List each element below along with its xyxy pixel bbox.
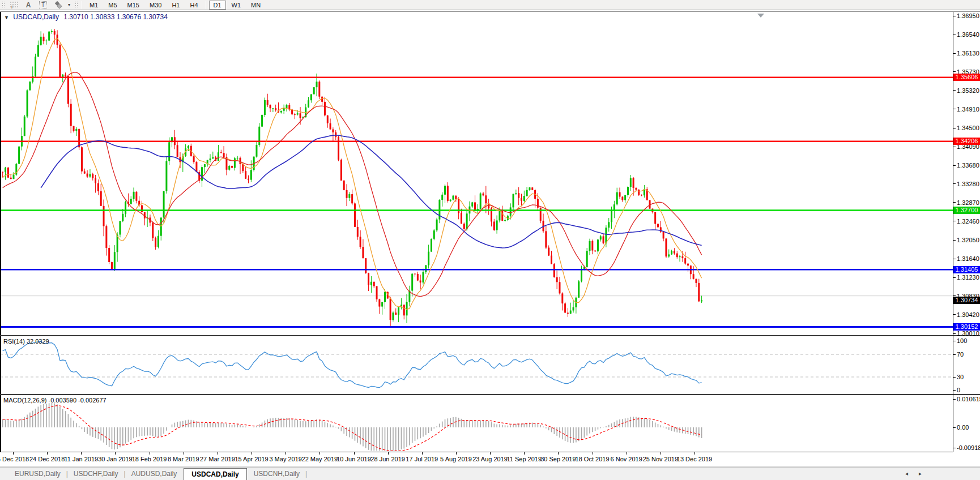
price-axis-tick	[953, 333, 956, 334]
geometric-shapes-icon[interactable]	[52, 1, 64, 10]
price-tick-label: 1.31230	[957, 274, 979, 281]
rsi-tick-label: 0	[957, 387, 960, 393]
time-axis-tick	[184, 452, 184, 455]
timeframe-w1[interactable]: W1	[227, 1, 246, 10]
time-axis-tick	[319, 452, 320, 455]
macd-tick-label: 0.010615	[957, 396, 980, 402]
time-axis-tick	[388, 452, 389, 455]
chart-window-bottom-border	[0, 466, 980, 466]
macd-axis-tick	[953, 399, 956, 400]
title-dropdown-icon[interactable]: ▼	[4, 15, 9, 20]
candlestick-series	[2, 29, 702, 326]
timeframe-d1[interactable]: D1	[209, 1, 226, 10]
time-axis-tick	[558, 452, 559, 455]
time-axis-tick	[354, 452, 355, 455]
price-level-label[interactable]: 1.32700	[953, 207, 980, 214]
text-annotation-icon[interactable]: A	[22, 1, 35, 10]
toolbar-separator	[206, 1, 206, 9]
price-tick-label: 1.34910	[957, 106, 979, 113]
price-axis-tick	[953, 128, 956, 128]
toolbar-grip[interactable]	[2, 1, 5, 8]
moving-average-line[interactable]	[41, 135, 701, 248]
price-axis-tick	[953, 109, 956, 109]
rsi-axis-tick	[953, 390, 956, 391]
text-label-icon[interactable]: T	[37, 1, 49, 10]
price-tick-label: 1.34500	[957, 125, 979, 131]
macd-panel[interactable]	[0, 395, 953, 452]
moving-average-line[interactable]	[3, 72, 702, 297]
time-axis-tick	[13, 452, 14, 455]
time-axis-tick	[286, 452, 286, 455]
time-axis-line	[0, 452, 953, 452]
shapes-dropdown-caret-icon[interactable]: ▾	[66, 1, 72, 10]
price-axis-tick	[953, 259, 956, 259]
price-axis-tick	[953, 53, 956, 54]
snap-grid-icon[interactable]: F	[7, 1, 20, 10]
rsi-line	[3, 341, 702, 387]
tab-scroll-left-icon[interactable]: ◂	[905, 470, 908, 477]
symbol-tab-eurusd[interactable]: EURUSD,Daily	[9, 468, 66, 480]
timeframe-m5[interactable]: M5	[104, 1, 121, 10]
price-axis-tick	[953, 90, 956, 91]
macd-axis-tick	[953, 448, 956, 448]
symbol-tab-strip: EURUSD,Daily|USDCHF,Daily|AUDUSD,DailyUS…	[0, 467, 980, 480]
price-axis-tick	[953, 221, 956, 221]
time-axis-tick	[150, 452, 150, 455]
panel-separator[interactable]	[0, 335, 980, 336]
price-level-label[interactable]: 1.35606	[953, 74, 980, 81]
toolbar: F A T ▾ M1M5M15M30H1H4D1W1MN	[0, 0, 980, 10]
price-level-label[interactable]: 1.31405	[953, 266, 980, 273]
time-axis-tick	[218, 452, 218, 455]
timeframe-h1[interactable]: H1	[167, 1, 184, 10]
timeframe-h4[interactable]: H4	[185, 1, 202, 10]
tab-scroll-right-icon[interactable]: ▸	[919, 470, 922, 477]
symbol-tab-usdcad[interactable]: USDCAD,Daily	[184, 468, 246, 480]
rsi-axis-tick	[953, 354, 956, 355]
timeframe-m15[interactable]: M15	[123, 1, 144, 10]
price-level-label[interactable]: 1.30152	[953, 323, 980, 331]
price-axis-tick	[953, 71, 956, 72]
time-axis-tick	[456, 452, 457, 455]
date-label: 13 Dec 2019	[669, 456, 720, 462]
chart-ohlc-values: 1.30710 1.30833 1.30676 1.30734	[63, 13, 168, 21]
time-axis-tick	[252, 452, 252, 455]
panel-separator[interactable]	[0, 394, 980, 395]
price-level-label[interactable]: 1.34206	[953, 138, 980, 145]
main-price-chart[interactable]	[0, 12, 953, 335]
time-axis-tick	[593, 452, 593, 455]
symbol-tab-usdcnh[interactable]: USDCNH,Daily	[248, 468, 305, 480]
timeframe-m30[interactable]: M30	[145, 1, 166, 10]
price-axis-tick	[953, 240, 956, 241]
price-axis-tick	[953, 277, 956, 278]
time-axis-tick	[115, 452, 116, 455]
price-tick-label: 1.32460	[957, 218, 979, 225]
time-axis-tick	[627, 452, 627, 455]
price-tick-label: 1.30420	[957, 311, 979, 318]
timeframe-mn[interactable]: MN	[246, 1, 265, 10]
chart-symbol-label: USDCAD,Daily	[13, 13, 59, 21]
chart-shift-marker-icon[interactable]	[757, 14, 764, 18]
symbol-tab-usdchf[interactable]: USDCHF,Daily	[68, 468, 124, 480]
moving-average-line[interactable]	[3, 38, 702, 310]
shapes-glyph	[53, 1, 62, 9]
price-tick-label: 1.33280	[957, 181, 979, 187]
macd-tick-label: -0.009181	[957, 444, 980, 451]
current-price-label[interactable]: 1.30734	[953, 297, 980, 304]
price-axis-tick	[953, 202, 956, 203]
timeframe-m1[interactable]: M1	[85, 1, 103, 10]
rsi-axis-tick	[953, 341, 956, 341]
symbol-tab-audusd[interactable]: AUDUSD,Daily	[126, 468, 183, 480]
time-axis-tick	[47, 452, 48, 455]
price-tick-label: 1.35320	[957, 87, 979, 94]
toolbar-grip[interactable]	[75, 1, 78, 8]
rsi-tick-label: 100	[957, 337, 967, 344]
time-axis-tick	[81, 452, 82, 455]
rsi-panel[interactable]	[0, 336, 953, 394]
macd-tick-label: 0.00	[957, 424, 969, 431]
price-tick-label: 1.36130	[957, 50, 979, 57]
time-axis-tick	[661, 452, 661, 455]
time-axis-tick	[422, 452, 423, 455]
price-axis-tick	[953, 147, 956, 147]
chart-title[interactable]: ▼ USDCAD,Daily 1.30710 1.30833 1.30676 1…	[4, 13, 171, 21]
price-tick-label: 1.30010	[957, 330, 979, 337]
